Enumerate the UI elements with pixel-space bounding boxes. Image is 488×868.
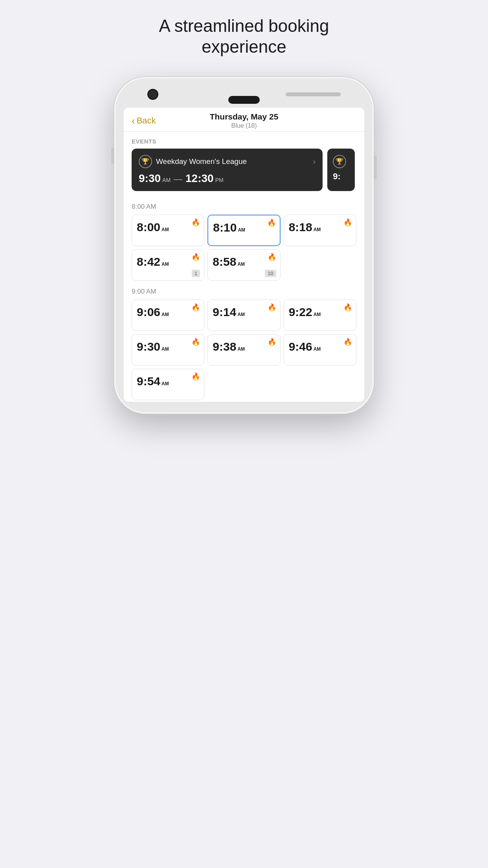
- partial-event-time: 9:: [333, 171, 349, 182]
- page-title: A streamlined booking experience: [159, 16, 329, 57]
- time-slot-hour: 8:42: [137, 255, 160, 268]
- event-end-time: 12:30 PM: [185, 172, 224, 185]
- earpiece: [228, 96, 260, 104]
- flame-icon: 🔥: [191, 338, 200, 346]
- time-slot-hour: 9:06: [137, 305, 160, 319]
- time-slot-period: AM: [237, 312, 245, 317]
- time-slot-period: AM: [314, 227, 321, 232]
- time-slot[interactable]: 🔥9:30AM: [132, 334, 204, 366]
- events-section-label: EVENTS: [124, 132, 364, 149]
- flame-icon: 🔥: [343, 218, 352, 227]
- time-slot-main: 9:22AM: [289, 305, 351, 319]
- time-slot[interactable]: 🔥8:18AM: [284, 215, 356, 246]
- time-slot-hour: 9:46: [289, 340, 312, 353]
- phone-shell: ‹ Back Thursday, May 25 Blue (18) EVENTS…: [114, 77, 374, 414]
- time-slot-main: 9:54AM: [137, 375, 199, 388]
- event-card-primary[interactable]: 🏆 Weekday Women's League › 9:30 AM — 12:…: [132, 149, 323, 191]
- time-slot-main: 9:46AM: [289, 340, 351, 353]
- event-card-secondary[interactable]: 🏆 9:: [327, 149, 355, 191]
- time-slot-main: 8:10AM: [213, 221, 275, 234]
- time-slot-main: 8:58AM: [213, 255, 275, 268]
- time-slot[interactable]: 🔥8:00AM: [132, 215, 204, 246]
- time-slot-hour: 9:30: [137, 340, 160, 353]
- event-arrow-icon: ›: [313, 157, 316, 166]
- events-scroll: 🏆 Weekday Women's League › 9:30 AM — 12:…: [124, 149, 364, 197]
- flame-icon: 🔥: [191, 218, 200, 227]
- time-slot[interactable]: 🔥8:10AM: [207, 215, 280, 246]
- time-slot-period: AM: [238, 227, 245, 233]
- time-slot[interactable]: 🔥9:22AM: [284, 300, 356, 331]
- header-date: Thursday, May 25: [210, 112, 279, 121]
- header-center: Thursday, May 25 Blue (18): [210, 112, 279, 129]
- time-slot-hour: 9:22: [289, 305, 312, 319]
- event-card-header: 🏆 Weekday Women's League ›: [139, 155, 316, 168]
- time-section-label: 9:00 AM: [124, 282, 364, 300]
- camera-icon: [147, 89, 158, 100]
- time-slot-main: 9:14AM: [213, 305, 275, 319]
- event-time-range: 9:30 AM — 12:30 PM: [139, 172, 316, 185]
- time-slot-hour: 9:54: [137, 375, 160, 388]
- flame-icon: 🔥: [268, 338, 276, 346]
- time-slot-main: 8:00AM: [137, 221, 199, 234]
- flame-icon: 🔥: [191, 372, 200, 381]
- event-dash: —: [174, 174, 182, 184]
- trophy-icon-partial: 🏆: [333, 155, 346, 168]
- time-slot-period: AM: [314, 346, 321, 352]
- time-slot-main: 9:30AM: [137, 340, 199, 353]
- event-start-time: 9:30 AM: [139, 172, 171, 185]
- time-slot-period: AM: [314, 312, 321, 317]
- flame-icon: 🔥: [191, 253, 200, 261]
- time-slot[interactable]: 🔥8:58AM10: [207, 249, 280, 281]
- time-grid: 🔥9:06AM🔥9:14AM🔥9:22AM🔥9:30AM🔥9:38AM🔥9:46…: [124, 300, 364, 402]
- time-sections-container: 8:00 AM🔥8:00AM🔥8:10AM🔥8:18AM🔥8:42AM1🔥8:5…: [124, 197, 364, 402]
- header-subtitle: Blue (18): [210, 122, 279, 129]
- time-slot-hour: 8:00: [137, 221, 160, 234]
- time-slot[interactable]: 🔥9:38AM: [207, 334, 280, 366]
- time-slot-main: 8:18AM: [289, 221, 351, 234]
- trophy-icon: 🏆: [139, 155, 152, 168]
- app-header: ‹ Back Thursday, May 25 Blue (18): [124, 108, 364, 132]
- flame-icon: 🔥: [267, 219, 276, 227]
- back-chevron-icon: ‹: [132, 116, 135, 126]
- time-slot-period: AM: [161, 261, 169, 267]
- time-slot-hour: 8:10: [213, 221, 237, 234]
- time-slot-period: AM: [161, 312, 169, 317]
- time-section-label: 8:00 AM: [124, 197, 364, 215]
- phone-top: [124, 89, 364, 108]
- time-slot-hour: 9:14: [213, 305, 236, 319]
- phone-screen: ‹ Back Thursday, May 25 Blue (18) EVENTS…: [124, 108, 364, 402]
- time-slot-period: AM: [237, 261, 245, 267]
- flame-icon: 🔥: [191, 303, 200, 312]
- time-slot[interactable]: 🔥8:42AM1: [132, 249, 204, 281]
- flame-icon: 🔥: [268, 253, 276, 261]
- time-slot-hour: 8:58: [213, 255, 236, 268]
- time-slot[interactable]: 🔥9:54AM: [132, 369, 204, 400]
- time-slot-main: 8:42AM: [137, 255, 199, 268]
- time-slot-main: 9:06AM: [137, 305, 199, 319]
- back-label: Back: [137, 116, 156, 126]
- time-slot-badge: 1: [192, 270, 200, 277]
- time-slot-period: AM: [161, 381, 169, 386]
- speaker-icon: [286, 92, 341, 96]
- time-slot-badge: 10: [265, 270, 276, 277]
- back-button[interactable]: ‹ Back: [132, 116, 156, 126]
- flame-icon: 🔥: [343, 338, 352, 346]
- time-slot-period: AM: [237, 346, 245, 352]
- flame-icon: 🔥: [343, 303, 352, 312]
- time-grid: 🔥8:00AM🔥8:10AM🔥8:18AM🔥8:42AM1🔥8:58AM10: [124, 215, 364, 282]
- event-title-row: 🏆 Weekday Women's League: [139, 155, 247, 168]
- event-name: Weekday Women's League: [156, 157, 247, 166]
- time-slot-main: 9:38AM: [213, 340, 275, 353]
- time-slot-hour: 9:38: [213, 340, 236, 353]
- time-slot[interactable]: 🔥9:14AM: [207, 300, 280, 331]
- time-slot[interactable]: 🔥9:46AM: [284, 334, 356, 366]
- time-slot-period: AM: [161, 227, 169, 232]
- flame-icon: 🔥: [268, 303, 276, 312]
- time-slot-period: AM: [161, 346, 169, 352]
- time-slot[interactable]: 🔥9:06AM: [132, 300, 204, 331]
- time-slot-hour: 8:18: [289, 221, 312, 234]
